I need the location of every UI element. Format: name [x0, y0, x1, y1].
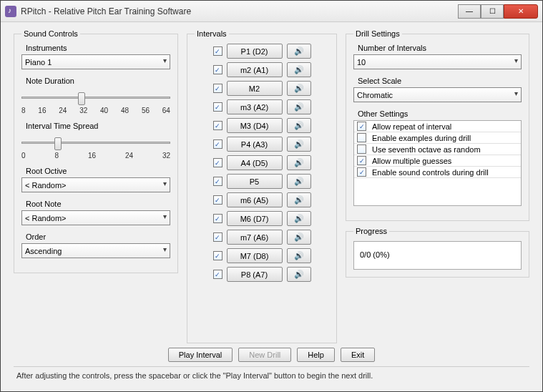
interval-button[interactable]: M6 (D7): [227, 211, 283, 226]
titlebar: RPitch - Relative Pitch Ear Training Sof…: [1, 1, 542, 22]
settings-checkbox[interactable]: ✓: [357, 167, 366, 177]
close-button[interactable]: ✕: [504, 4, 538, 19]
interval-checkbox[interactable]: ✓: [213, 65, 222, 74]
interval-row: ✓P4 (A3)🔊: [195, 137, 329, 152]
interval-row: ✓P1 (D2)🔊: [195, 44, 329, 59]
settings-row: ✓Enable sound controls during drill: [354, 167, 521, 178]
intervals-group: Intervals ✓P1 (D2)🔊✓m2 (A1)🔊✓M2🔊✓m3 (A2)…: [187, 29, 337, 343]
interval-checkbox[interactable]: ✓: [213, 214, 222, 223]
minimize-button[interactable]: —: [458, 4, 481, 19]
interval-button[interactable]: P5: [227, 174, 283, 189]
window-title: RPitch - Relative Pitch Ear Training Sof…: [21, 6, 458, 16]
interval-button[interactable]: P1 (D2): [227, 44, 283, 59]
interval-checkbox[interactable]: ✓: [213, 139, 222, 149]
interval-checkbox[interactable]: ✓: [213, 84, 222, 93]
interval-button[interactable]: P4 (A3): [227, 137, 283, 152]
speaker-icon[interactable]: 🔊: [287, 248, 311, 263]
note-duration-ticks: 816243240485664: [21, 107, 170, 114]
interval-spread-label: Interval Time Spread: [26, 122, 170, 130]
interval-row: ✓M2🔊: [195, 81, 329, 96]
play-interval-button[interactable]: Play Interval: [168, 348, 233, 362]
progress-text: 0/0 (0%): [360, 250, 390, 259]
app-window: RPitch - Relative Pitch Ear Training Sof…: [0, 0, 543, 392]
other-settings-label: Other Settings: [358, 109, 522, 118]
speaker-icon[interactable]: 🔊: [287, 267, 311, 282]
select-scale-label: Select Scale: [358, 77, 522, 85]
interval-row: ✓P5🔊: [195, 174, 329, 189]
speaker-icon[interactable]: 🔊: [287, 155, 311, 170]
root-octive-combo[interactable]: < Random>: [21, 177, 170, 192]
speaker-icon[interactable]: 🔊: [287, 174, 311, 189]
settings-checkbox[interactable]: [357, 144, 366, 154]
new-drill-button[interactable]: New Drill: [238, 348, 291, 362]
root-note-combo[interactable]: < Random>: [21, 210, 170, 225]
interval-row: ✓M6 (D7)🔊: [195, 211, 329, 226]
interval-button[interactable]: m3 (A2): [227, 99, 283, 114]
settings-label: Allow multiple guesses: [372, 157, 451, 165]
speaker-icon[interactable]: 🔊: [287, 230, 311, 245]
order-label: Order: [26, 232, 170, 241]
interval-checkbox[interactable]: ✓: [213, 102, 222, 112]
help-button[interactable]: Help: [297, 348, 335, 362]
speaker-icon[interactable]: 🔊: [287, 118, 311, 133]
speaker-icon[interactable]: 🔊: [287, 137, 311, 152]
interval-button[interactable]: M3 (D4): [227, 118, 283, 133]
interval-row: ✓P8 (A7)🔊: [195, 267, 329, 282]
settings-label: Use seventh octave as random: [372, 145, 481, 154]
status-bar: After adjusting the controls, press the …: [14, 366, 529, 384]
settings-checkbox[interactable]: ✓: [357, 122, 366, 131]
interval-checkbox[interactable]: ✓: [213, 46, 222, 56]
settings-checkbox[interactable]: ✓: [357, 156, 366, 165]
interval-button[interactable]: M2: [227, 81, 283, 96]
speaker-icon[interactable]: 🔊: [287, 44, 311, 59]
settings-checkbox[interactable]: [357, 133, 366, 142]
interval-checkbox[interactable]: ✓: [213, 195, 222, 205]
interval-row: ✓m6 (A5)🔊: [195, 192, 329, 207]
interval-button[interactable]: A4 (D5): [227, 155, 283, 170]
interval-row: ✓m3 (A2)🔊: [195, 99, 329, 114]
interval-checkbox[interactable]: ✓: [213, 177, 222, 186]
speaker-icon[interactable]: 🔊: [287, 99, 311, 114]
exit-button[interactable]: Exit: [341, 348, 375, 362]
speaker-icon[interactable]: 🔊: [287, 81, 311, 96]
speaker-icon[interactable]: 🔊: [287, 211, 311, 226]
instruments-combo[interactable]: Piano 1: [21, 54, 170, 69]
interval-button[interactable]: M7 (D8): [227, 248, 283, 263]
intervals-legend: Intervals: [195, 29, 229, 38]
settings-row: ✓Allow multiple guesses: [354, 155, 521, 167]
drill-settings-group: Drill Settings Number of Intervals 10 Se…: [346, 29, 529, 221]
root-octive-label: Root Octive: [26, 167, 170, 175]
interval-spread-ticks: 08162432: [21, 152, 170, 160]
interval-row: ✓M3 (D4)🔊: [195, 118, 329, 133]
settings-row: Use seventh octave as random: [354, 144, 521, 155]
sound-controls-legend: Sound Controls: [21, 29, 80, 38]
interval-row: ✓A4 (D5)🔊: [195, 155, 329, 170]
interval-checkbox[interactable]: ✓: [213, 270, 222, 279]
interval-checkbox[interactable]: ✓: [213, 158, 222, 167]
interval-row: ✓m2 (A1)🔊: [195, 62, 329, 77]
interval-checkbox[interactable]: ✓: [213, 121, 222, 130]
note-duration-slider[interactable]: [21, 89, 170, 105]
settings-label: Allow repeat of interval: [372, 122, 451, 131]
num-intervals-combo[interactable]: 10: [353, 54, 522, 69]
interval-checkbox[interactable]: ✓: [213, 232, 222, 242]
speaker-icon[interactable]: 🔊: [287, 192, 311, 207]
maximize-button[interactable]: ☐: [481, 4, 504, 19]
settings-row: ✓Allow repeat of interval: [354, 121, 521, 132]
interval-row: ✓m7 (A6)🔊: [195, 230, 329, 245]
interval-button[interactable]: m2 (A1): [227, 62, 283, 77]
interval-checkbox[interactable]: ✓: [213, 251, 222, 260]
interval-spread-slider[interactable]: [21, 134, 170, 150]
interval-row: ✓M7 (D8)🔊: [195, 248, 329, 263]
interval-button[interactable]: P8 (A7): [227, 267, 283, 282]
order-combo[interactable]: Ascending: [21, 243, 170, 258]
select-scale-combo[interactable]: Chromatic: [353, 87, 522, 102]
interval-button[interactable]: m6 (A5): [227, 192, 283, 207]
other-settings-box: ✓Allow repeat of intervalEnable examples…: [353, 120, 522, 206]
interval-button[interactable]: m7 (A6): [227, 230, 283, 245]
sound-controls-group: Sound Controls Instruments Piano 1 Note …: [14, 29, 178, 273]
bottom-buttons: Play Interval New Drill Help Exit: [14, 348, 529, 362]
progress-legend: Progress: [353, 227, 389, 235]
speaker-icon[interactable]: 🔊: [287, 62, 311, 77]
progress-box: 0/0 (0%): [353, 241, 522, 270]
